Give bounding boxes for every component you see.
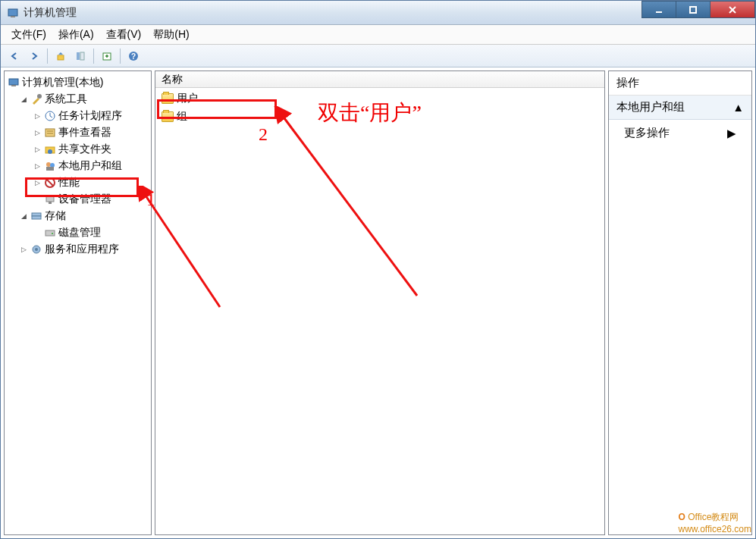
svg-rect-12 xyxy=(9,79,18,85)
menu-help[interactable]: 帮助(H) xyxy=(147,26,195,44)
folder-icon xyxy=(162,111,174,122)
svg-point-20 xyxy=(48,149,52,154)
svg-rect-29 xyxy=(32,216,41,219)
forward-button[interactable] xyxy=(25,47,43,65)
device-icon xyxy=(44,193,56,205)
up-button[interactable] xyxy=(52,47,70,65)
svg-rect-6 xyxy=(58,55,64,60)
shared-folder-icon xyxy=(44,143,56,155)
svg-point-21 xyxy=(46,162,51,167)
svg-rect-30 xyxy=(45,230,55,236)
svg-rect-16 xyxy=(45,129,55,136)
svg-rect-28 xyxy=(32,213,41,216)
expand-icon[interactable]: ▷ xyxy=(33,129,42,137)
expand-icon[interactable]: ▷ xyxy=(33,179,42,187)
users-icon xyxy=(44,160,56,172)
svg-point-14 xyxy=(37,94,42,99)
list-item-users[interactable]: 用户 xyxy=(157,89,603,108)
svg-line-25 xyxy=(47,180,53,186)
menu-action[interactable]: 操作(A) xyxy=(52,26,100,44)
list-item-groups[interactable]: 组 xyxy=(157,108,603,126)
services-icon xyxy=(30,243,42,255)
tree-task-scheduler[interactable]: ▷ 任务计划程序 xyxy=(6,108,149,124)
folder-icon xyxy=(162,93,174,104)
svg-rect-0 xyxy=(8,9,17,16)
help-button[interactable]: ? xyxy=(124,47,143,65)
menu-view[interactable]: 查看(V) xyxy=(100,26,148,44)
window-title: 计算机管理 xyxy=(24,6,642,20)
menu-bar: 文件(F) 操作(A) 查看(V) 帮助(H) xyxy=(1,25,755,45)
tree-services-apps[interactable]: ▷ 服务和应用程序 xyxy=(6,241,149,258)
collapse-icon[interactable]: ◢ xyxy=(20,212,28,221)
title-bar: 计算机管理 xyxy=(1,1,755,25)
svg-rect-23 xyxy=(46,167,54,171)
clock-icon xyxy=(44,110,56,122)
performance-icon xyxy=(44,177,56,189)
actions-section[interactable]: 本地用户和组 ▲ xyxy=(609,96,751,120)
expand-icon[interactable]: ▷ xyxy=(20,246,28,254)
svg-rect-3 xyxy=(690,7,696,13)
app-icon xyxy=(7,7,19,19)
actions-title: 操作 xyxy=(609,71,751,96)
tree-performance[interactable]: ▷ 性能 xyxy=(6,174,149,191)
svg-text:?: ? xyxy=(131,52,136,61)
tree-root[interactable]: 计算机管理(本地) xyxy=(6,74,149,91)
expand-icon[interactable]: ▷ xyxy=(33,162,42,171)
list-panel: 名称 用户 组 xyxy=(155,71,605,535)
tree-event-viewer[interactable]: ▷ 事件查看器 xyxy=(6,124,149,141)
toolbar: ? xyxy=(1,45,755,67)
export-button[interactable] xyxy=(98,47,116,65)
disk-icon xyxy=(44,227,56,239)
chevron-right-icon: ▶ xyxy=(727,127,736,140)
svg-point-31 xyxy=(52,233,53,234)
maximize-button[interactable] xyxy=(676,1,711,18)
collapse-icon[interactable]: ◢ xyxy=(20,96,28,104)
tree-shared-folders[interactable]: ▷ 共享文件夹 xyxy=(6,141,149,158)
svg-rect-2 xyxy=(656,11,662,13)
actions-panel: 操作 本地用户和组 ▲ 更多操作 ▶ xyxy=(608,71,752,535)
event-icon xyxy=(44,127,56,139)
expand-icon[interactable]: ▷ xyxy=(33,112,42,121)
tree-system-tools[interactable]: ◢ 系统工具 xyxy=(6,91,149,108)
svg-rect-27 xyxy=(49,202,52,204)
tree-local-users-groups[interactable]: ▷ 本地用户和组 xyxy=(6,158,149,174)
tree-storage[interactable]: ◢ 存储 xyxy=(6,208,149,224)
show-hide-tree-button[interactable] xyxy=(71,47,89,65)
svg-rect-26 xyxy=(46,196,54,202)
close-button[interactable] xyxy=(710,1,755,18)
actions-more[interactable]: 更多操作 ▶ xyxy=(609,120,751,146)
svg-rect-1 xyxy=(11,16,15,17)
tree-disk-management[interactable]: ▷ 磁盘管理 xyxy=(6,224,149,241)
tree-device-manager[interactable]: ▷ 设备管理器 xyxy=(6,191,149,208)
tree-panel: 计算机管理(本地) ◢ 系统工具 ▷ 任务计划程序 ▷ 事件查看器 xyxy=(4,71,152,535)
svg-rect-8 xyxy=(80,52,84,60)
minimize-button[interactable] xyxy=(642,1,676,18)
back-button[interactable] xyxy=(5,47,24,65)
expand-icon[interactable]: ▷ xyxy=(33,146,42,154)
svg-rect-7 xyxy=(77,52,80,60)
list-header-name[interactable]: 名称 xyxy=(155,71,604,88)
svg-rect-13 xyxy=(11,85,16,86)
computer-icon xyxy=(8,77,20,89)
menu-file[interactable]: 文件(F) xyxy=(5,26,52,44)
storage-icon xyxy=(30,210,42,222)
collapse-icon: ▲ xyxy=(732,101,744,114)
svg-point-33 xyxy=(35,248,38,251)
tools-icon xyxy=(30,93,42,105)
